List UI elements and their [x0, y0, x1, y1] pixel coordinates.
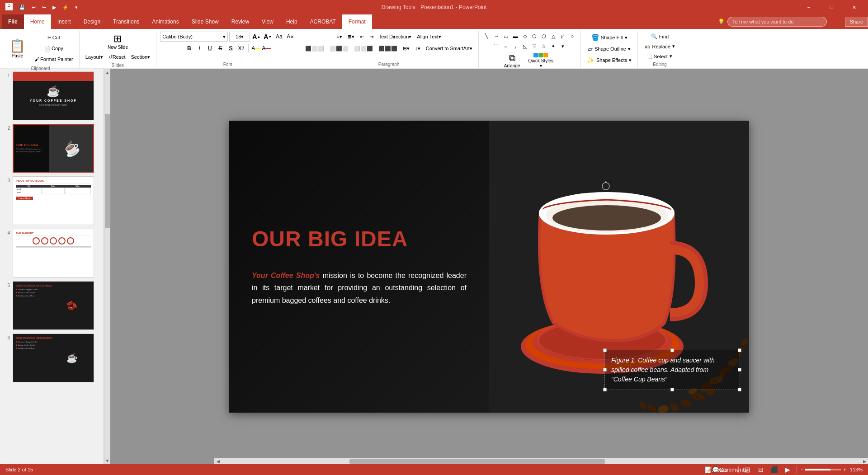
justify-button[interactable]: ⬛⬛⬛ [376, 43, 400, 53]
slide-thumb-1[interactable]: ☕ YOUR COFFEE SHOP INVESTOR OPPORTUNITY [13, 71, 94, 120]
align-right-button[interactable]: ⬜⬜⬛ [352, 43, 375, 53]
columns-button[interactable]: ⊞▾ [401, 43, 412, 53]
slide-item-6[interactable]: 6 OUR PREMIUM OFFERINGS Gourmet Bagged C… [2, 333, 102, 383]
shape-diamond[interactable]: ◇ [520, 32, 529, 41]
shape-line[interactable]: ╲ [482, 32, 491, 41]
format-painter-button[interactable]: 🖌 Format Painter [32, 54, 75, 64]
decrease-indent-button[interactable]: ⇤ [358, 32, 366, 42]
scroll-thumb[interactable] [105, 114, 110, 228]
save-icon[interactable]: 💾 [17, 4, 27, 11]
reading-view-button[interactable]: ⬛ [769, 466, 779, 474]
scroll-track[interactable] [104, 76, 110, 457]
slide-thumb-5[interactable]: OUR PREMIUM OFFERINGS Gourmet Bagged Cof… [13, 281, 94, 330]
shape-arrow[interactable]: → [492, 32, 501, 41]
bullet-list-button[interactable]: ≡▾ [334, 32, 344, 42]
zoom-level[interactable]: 113% [850, 467, 863, 472]
slide-item-3[interactable]: 3 INDUSTRY OUTLOOK ColDataValue Item 1--… [2, 175, 102, 226]
shape-oval[interactable]: ○ [568, 32, 577, 41]
shape-pentagon[interactable]: ⬠ [530, 32, 539, 41]
zoom-out-button[interactable]: − [801, 467, 803, 472]
align-left-button[interactable]: ⬛⬜⬜ [303, 43, 326, 53]
redo-icon[interactable]: ↪ [40, 4, 48, 11]
shape-more[interactable]: ▾ [558, 42, 567, 51]
h-scroll-thumb[interactable] [349, 459, 605, 464]
shape-star[interactable]: ☆ [539, 42, 548, 51]
increase-font-button[interactable]: A▲ [251, 32, 261, 42]
shape-curve[interactable]: ⌒ [492, 42, 501, 51]
shape-star2[interactable]: ✦ [549, 42, 558, 51]
tab-animations[interactable]: Animations [146, 14, 185, 29]
align-center-button[interactable]: ⬜⬛⬜ [327, 43, 351, 53]
slide-thumb-3[interactable]: INDUSTRY OUTLOOK ColDataValue Item 1-- I… [13, 176, 94, 225]
font-color-button[interactable]: A [261, 43, 271, 53]
slide-item-5[interactable]: 5 OUR PREMIUM OFFERINGS Gourmet Bagged C… [2, 280, 102, 331]
change-case-button[interactable]: Aa [274, 32, 284, 42]
shape-custom1[interactable]: ⌟ [511, 42, 520, 51]
align-text-button[interactable]: Align Text ▾ [415, 32, 443, 42]
bold-button[interactable]: B [184, 43, 194, 53]
paste-button[interactable]: 📋 Paste [5, 33, 29, 64]
numbered-list-button[interactable]: ≣▾ [345, 32, 357, 42]
italic-button[interactable]: I [194, 43, 204, 53]
shape-rect2[interactable]: ▬ [511, 32, 520, 41]
strikethrough-button[interactable]: S [215, 43, 225, 53]
tab-home[interactable]: Home [24, 14, 51, 29]
slideshow-button[interactable]: ▶ [783, 466, 793, 474]
shape-arc[interactable]: ⌣ [501, 42, 510, 51]
tab-acrobat[interactable]: ACROBAT [304, 14, 342, 29]
new-slide-button[interactable]: ⊞ New Slide [104, 32, 132, 51]
dropdown-icon[interactable]: ▾ [73, 4, 80, 11]
comments-button[interactable]: 💬 Comments [725, 466, 735, 474]
maximize-button[interactable]: □ [821, 0, 842, 14]
zoom-slider[interactable] [805, 469, 841, 470]
tab-format[interactable]: Format [342, 14, 372, 29]
select-button[interactable]: ⬚ Select ▾ [644, 52, 675, 61]
layout-button[interactable]: Layout ▾ [83, 52, 105, 62]
font-name-selector[interactable]: Calibri (Body) ▾ [160, 32, 228, 42]
share-button[interactable]: Share [845, 17, 868, 27]
vertical-scrollbar[interactable]: ▲ ▼ [104, 69, 110, 464]
slide-canvas[interactable]: OUR BIG IDEA Your Coffee Shop's mission … [229, 121, 749, 413]
decrease-font-button[interactable]: A▼ [263, 32, 273, 42]
scroll-left-button[interactable]: ◀ [214, 458, 222, 464]
present-icon[interactable]: ▶ [51, 4, 58, 11]
tell-me-input[interactable] [727, 17, 827, 27]
shape-heart[interactable]: ♡ [530, 42, 539, 51]
text-highlight-button[interactable]: A [251, 43, 261, 53]
caption-box[interactable]: Figure 1. Coffee cup and saucer with spi… [604, 350, 740, 390]
close-button[interactable]: ✕ [844, 0, 864, 14]
scroll-down-button[interactable]: ▼ [104, 457, 110, 464]
shape-rect[interactable]: ▭ [501, 32, 510, 41]
slide-item-2[interactable]: 2 OUR BIG IDEA Your Coffee Shop's missio… [2, 123, 102, 174]
copy-button[interactable]: 📄 Copy [32, 43, 75, 53]
tab-slideshow[interactable]: Slide Show [185, 14, 225, 29]
tab-review[interactable]: Review [225, 14, 255, 29]
tab-transitions[interactable]: Transitions [107, 14, 146, 29]
shape-right-triangle[interactable]: ◸ [558, 32, 567, 41]
reset-button[interactable]: ↺ Reset [106, 52, 128, 62]
tab-help[interactable]: Help [280, 14, 304, 29]
clear-formatting-button[interactable]: A✕ [285, 32, 295, 42]
find-button[interactable]: 🔍 Find [648, 32, 672, 41]
slide-item-4[interactable]: 4 THE MARKET ○ ○ ○ ○ ○ [2, 228, 102, 278]
slide-sort-button[interactable]: ⊟ [756, 466, 766, 474]
slide-item-1[interactable]: 1 ☕ YOUR COFFEE SHOP INVESTOR OPPORTUNIT… [2, 71, 102, 121]
replace-button[interactable]: ab Replace ▾ [642, 42, 678, 51]
zoom-in-button[interactable]: + [843, 467, 846, 472]
font-size-selector[interactable]: 18 ▾ [229, 32, 250, 42]
tab-design[interactable]: Design [77, 14, 107, 29]
text-direction-button[interactable]: Text Direction ▾ [377, 32, 414, 42]
minimize-button[interactable]: − [798, 0, 819, 14]
shape-effects-button[interactable]: ✨ Shape Effects ▾ [585, 55, 634, 65]
text-shadow-button[interactable]: S [226, 43, 236, 53]
tab-view[interactable]: View [255, 14, 280, 29]
slide-thumb-2[interactable]: OUR BIG IDEA Your Coffee Shop's mission … [13, 124, 94, 173]
customize-icon[interactable]: ⚡ [61, 4, 71, 11]
scroll-up-button[interactable]: ▲ [104, 69, 110, 76]
tab-insert[interactable]: Insert [51, 14, 77, 29]
underline-button[interactable]: U [205, 43, 215, 53]
line-spacing-button[interactable]: ↕▾ [413, 43, 423, 53]
normal-view-button[interactable]: ⊞ [742, 466, 752, 474]
scroll-right-button[interactable]: ▶ [861, 458, 868, 464]
cut-button[interactable]: ✂ Cut [32, 33, 75, 42]
